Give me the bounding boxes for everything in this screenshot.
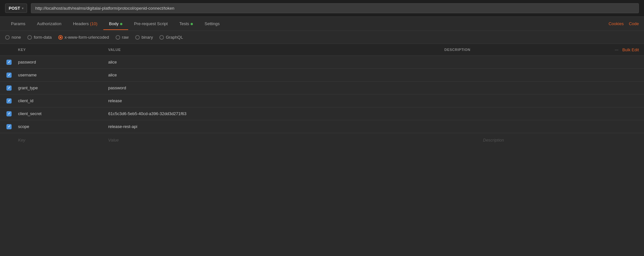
method-select[interactable]: POST ▾	[5, 4, 27, 13]
th-key: KEY	[15, 44, 106, 55]
row-key-3[interactable]: client_id	[15, 94, 106, 107]
row-key-5[interactable]: scope	[15, 120, 106, 133]
more-options-icon[interactable]: ···	[615, 47, 619, 52]
tab-params[interactable]: Params	[5, 17, 31, 30]
row-key-0[interactable]: password	[15, 56, 106, 68]
checkbox-checked-1[interactable]	[6, 73, 12, 78]
code-link[interactable]: Code	[629, 21, 639, 26]
table-row: scoperelease-rest-api	[0, 120, 644, 133]
row-value-3[interactable]: release	[106, 94, 442, 107]
tab-dot-tests	[191, 23, 193, 25]
th-value: VALUE	[106, 44, 442, 55]
method-label: POST	[9, 6, 20, 11]
tab-dot-body	[120, 23, 122, 25]
checkbox-checked-5[interactable]	[6, 124, 12, 129]
row-description-3[interactable]	[442, 97, 603, 105]
table-rows: passwordaliceusernamealicegrant_typepass…	[0, 56, 644, 133]
table-row: usernamealice	[0, 69, 644, 82]
row-checkbox-4[interactable]	[3, 111, 15, 116]
placeholder-row: Key Value Description	[0, 133, 644, 147]
placeholder-description[interactable]: Description	[480, 133, 641, 147]
radio-circle-x-www-form-urlencoded	[58, 35, 63, 40]
checkbox-checked-3[interactable]	[6, 98, 12, 103]
tab-settings[interactable]: Settings	[199, 17, 225, 30]
bulk-edit-button[interactable]: Bulk Edit	[622, 47, 639, 52]
row-description-0[interactable]	[442, 58, 603, 66]
row-checkbox-1[interactable]	[3, 73, 15, 78]
checkbox-checked-4[interactable]	[6, 111, 12, 116]
table-row: passwordalice	[0, 56, 644, 69]
row-key-4[interactable]: client_secret	[15, 107, 106, 120]
radio-circle-binary	[135, 35, 140, 40]
row-description-5[interactable]	[442, 123, 603, 131]
row-value-0[interactable]: alice	[106, 56, 442, 68]
tab-prerequest[interactable]: Pre-request Script	[128, 17, 174, 30]
cookies-link[interactable]: Cookies	[609, 21, 624, 26]
method-chevron-icon: ▾	[22, 6, 24, 10]
radio-binary[interactable]: binary	[135, 35, 153, 40]
tab-badge-headers: (10)	[89, 21, 98, 26]
row-value-1[interactable]: alice	[106, 69, 442, 81]
row-key-2[interactable]: grant_type	[15, 82, 106, 94]
tabs-row: ParamsAuthorizationHeaders (10)BodyPre-r…	[0, 17, 644, 31]
url-bar: POST ▾	[0, 0, 644, 17]
row-value-4[interactable]: 61c5c3d6-5eb5-40cd-a396-32dd3d271f63	[106, 107, 442, 120]
placeholder-value[interactable]: Value	[106, 133, 480, 147]
tab-tests[interactable]: Tests	[174, 17, 199, 30]
radio-circle-none	[5, 35, 10, 40]
radio-label-none: none	[12, 35, 21, 40]
checkbox-checked-2[interactable]	[6, 85, 12, 91]
th-description: DESCRIPTION	[442, 44, 603, 55]
row-checkbox-3[interactable]	[3, 98, 15, 103]
radio-circle-graphql	[159, 35, 164, 40]
radio-graphql[interactable]: GraphQL	[159, 35, 183, 40]
row-checkbox-5[interactable]	[3, 124, 15, 129]
tabs-right: Cookies Code	[609, 21, 639, 26]
checkbox-checked-0[interactable]	[6, 60, 12, 65]
row-value-5[interactable]: release-rest-api	[106, 120, 442, 133]
radio-label-form-data: form-data	[34, 35, 52, 40]
table-container: KEY VALUE DESCRIPTION ··· Bulk Edit pass…	[0, 44, 644, 147]
radio-circle-form-data	[27, 35, 32, 40]
row-checkbox-0[interactable]	[3, 60, 15, 65]
radio-label-binary: binary	[142, 35, 153, 40]
table-row: client_idrelease	[0, 94, 644, 107]
radio-none[interactable]: none	[5, 35, 21, 40]
radio-label-graphql: GraphQL	[166, 35, 183, 40]
radio-circle-raw	[116, 35, 120, 40]
table-header: KEY VALUE DESCRIPTION ··· Bulk Edit	[0, 44, 644, 56]
tab-headers[interactable]: Headers (10)	[67, 17, 103, 30]
radio-x-www-form-urlencoded[interactable]: x-www-form-urlencoded	[58, 35, 109, 40]
tab-authorization[interactable]: Authorization	[31, 17, 67, 30]
placeholder-key[interactable]: Key	[15, 133, 106, 147]
tabs-left: ParamsAuthorizationHeaders (10)BodyPre-r…	[5, 17, 609, 30]
th-actions: ··· Bulk Edit	[603, 44, 641, 55]
radio-label-raw: raw	[122, 35, 129, 40]
row-value-2[interactable]: password	[106, 82, 442, 94]
row-description-4[interactable]	[442, 110, 603, 118]
table-row: grant_typepassword	[0, 82, 644, 94]
row-checkbox-2[interactable]	[3, 85, 15, 91]
row-description-2[interactable]	[442, 84, 603, 92]
radio-label-x-www-form-urlencoded: x-www-form-urlencoded	[65, 35, 109, 40]
radio-raw[interactable]: raw	[116, 35, 129, 40]
body-type-row: noneform-datax-www-form-urlencodedrawbin…	[0, 31, 644, 44]
url-input[interactable]	[31, 3, 639, 13]
table-row: client_secret61c5c3d6-5eb5-40cd-a396-32d…	[0, 107, 644, 120]
tab-body[interactable]: Body	[103, 17, 128, 30]
radio-form-data[interactable]: form-data	[27, 35, 52, 40]
row-key-1[interactable]: username	[15, 69, 106, 81]
row-description-1[interactable]	[442, 71, 603, 79]
